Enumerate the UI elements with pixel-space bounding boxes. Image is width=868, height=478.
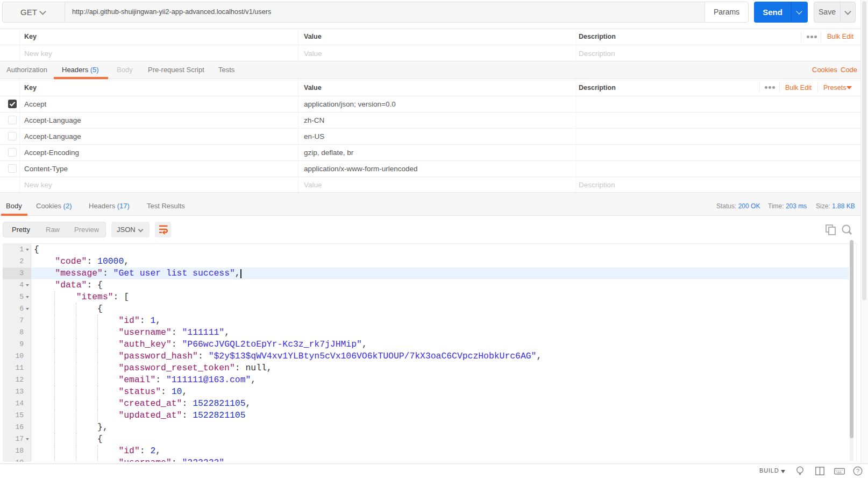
svg-text:?: ?: [856, 468, 859, 474]
